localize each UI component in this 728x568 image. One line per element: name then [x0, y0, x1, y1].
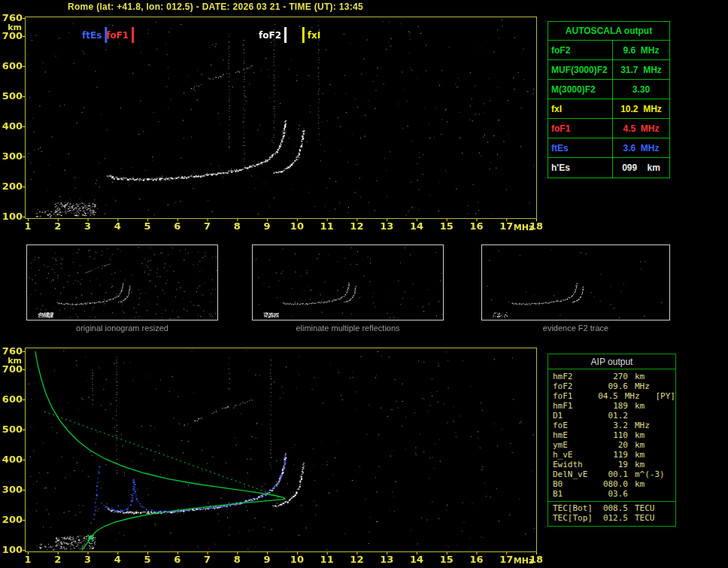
aip-row-foE: foE 3.2 MHz [548, 421, 675, 430]
aip-row-unit: TECU [635, 513, 669, 523]
thumbnail-multiple-reflections-removed [252, 245, 444, 320]
autoscala-row-value: 31.7 MHz [613, 60, 669, 79]
aip-row-unit: km [635, 450, 669, 460]
aip-row-label: foF2 [553, 381, 599, 391]
aip-row-Ewidth: Ewidth 19 km [548, 460, 675, 469]
autoscala-row-label: ftEs [548, 138, 613, 157]
aip-row-B1: B1 03.6 [548, 489, 675, 499]
autoscala-row-label: M(3000)F2 [548, 80, 613, 99]
thumbnail-caption: eliminate multiple reflections [252, 323, 444, 333]
aip-row-label: B0 [553, 479, 599, 489]
aip-row-unit: m^(-3) [635, 469, 669, 479]
autoscala-row-label: MUF(3000)F2 [548, 60, 613, 79]
autoscala-row-foF2: foF2 9.6 MHz [548, 41, 669, 60]
aip-row-note: [PY] [656, 391, 676, 401]
aip-row-unit: MHz [625, 391, 655, 401]
aip-row-unit: km [635, 440, 669, 450]
aip-row-B0: B0 080.0 km [548, 479, 675, 489]
thumbnail-f2-trace-evidence [481, 245, 670, 320]
aip-row-hmF1: hmF1 189 km [548, 401, 675, 411]
aip-row-D1: D1 01.2 [548, 411, 675, 421]
aip-row-value: 00.1 [599, 469, 628, 479]
aip-row-label: hmF1 [553, 401, 599, 411]
aip-row-value: 110 [599, 430, 628, 440]
aip-row-value: 189 [599, 401, 628, 411]
aip-row-value: 19 [599, 460, 628, 469]
aip-row-unit [635, 489, 669, 499]
autoscala-row-value: 9.6 MHz [613, 41, 669, 59]
autoscala-row-label: fxI [548, 99, 613, 118]
aip-row-unit: MHz [635, 381, 669, 391]
autoscala-ionogram-window: Rome (lat: +41.8, lon: 012.5) - DATE: 20… [0, 0, 728, 568]
aip-output-panel: AIP output hmF2 270 km foF2 09.6 MHz foF… [548, 354, 676, 527]
aip-row-unit: km [635, 479, 669, 489]
aip-row-value: 04.5 [593, 391, 618, 401]
aip-row-value: 080.0 [599, 479, 628, 489]
thumbnail-original-ionogram [26, 245, 218, 320]
aip-row-DelN_vE: DelN_vE 00.1 m^(-3) [548, 469, 675, 479]
aip-row-label: B1 [553, 489, 599, 499]
autoscala-row-m3000f2: M(3000)F2 3.30 [548, 80, 669, 99]
aip-row-unit: TECU [635, 503, 669, 513]
aip-row-unit: km [635, 401, 669, 411]
aip-row-unit [635, 411, 669, 421]
aip-row-value: 09.6 [599, 381, 628, 391]
autoscala-row-muf3000f2: MUF(3000)F2 31.7 MHz [548, 60, 669, 80]
aip-row-label: D1 [553, 411, 599, 421]
aip-row-hmE: hmE 110 km [548, 430, 675, 440]
autoscala-output-panel: AUTOSCALA output foF2 9.6 MHz MUF(3000)F… [548, 21, 670, 178]
aip-row-label: DelN_vE [553, 469, 599, 479]
aip-row-foF1: foF1 04.5 MHz [PY] [548, 391, 675, 401]
aip-row-label: TEC[Bot] [553, 503, 599, 513]
autoscala-row-ftEs: ftEs 3.6 MHz [548, 138, 669, 158]
autoscala-panel-title: AUTOSCALA output [548, 22, 669, 41]
autoscala-row-value: 099 km [613, 158, 669, 178]
aip-row-value: 012.5 [599, 513, 628, 523]
aip-tec-section: TEC[Bot] 008.5 TECU TEC[Top] 012.5 TECU [548, 501, 675, 523]
autoscala-row-fxI: fxI 10.2 MHz [548, 99, 669, 119]
aip-row-ymE: ymE 20 km [548, 440, 675, 450]
autoscala-row-value: 3.30 [613, 80, 669, 99]
aip-row-hmF2: hmF2 270 km [548, 372, 675, 381]
aip-row-value: 20 [599, 440, 628, 450]
autoscala-row-value: 10.2 MHz [613, 99, 669, 118]
autoscala-row-foF1: foF1 4.5 MHz [548, 119, 669, 138]
aip-panel-title: AIP output [548, 354, 675, 369]
aip-row-label: h_vE [553, 450, 599, 460]
aip-row-value: 01.2 [599, 411, 628, 421]
autoscala-row-label: foF2 [548, 41, 613, 59]
autoscala-row-label: h'Es [548, 158, 613, 178]
profile-ionogram-plot [25, 348, 537, 552]
aip-row-value: 008.5 [599, 503, 628, 513]
aip-row-tec-top: TEC[Top] 012.5 TECU [548, 513, 675, 523]
aip-row-value: 3.2 [599, 421, 628, 430]
autoscala-row-value: 3.6 MHz [613, 138, 669, 157]
autoscala-row-label: foF1 [548, 119, 613, 138]
aip-row-label: foE [553, 421, 599, 430]
thumbnail-caption: evidence F2 trace [481, 323, 670, 333]
autoscala-row-value: 4.5 MHz [613, 119, 669, 138]
aip-row-value: 03.6 [599, 489, 628, 499]
aip-row-unit: km [635, 372, 669, 381]
aip-row-label: hmE [553, 430, 599, 440]
station-date-time-title: Rome (lat: +41.8, lon: 012.5) - DATE: 20… [68, 2, 363, 12]
aip-row-h_vE: h_vE 119 km [548, 450, 675, 460]
aip-row-value: 119 [599, 450, 628, 460]
aip-row-tec-bot: TEC[Bot] 008.5 TECU [548, 503, 675, 513]
aip-row-label: TEC[Top] [553, 513, 599, 523]
aip-row-foF2: foF2 09.6 MHz [548, 381, 675, 391]
aip-row-unit: MHz [635, 421, 669, 430]
aip-row-label: Ewidth [553, 460, 599, 469]
aip-row-unit: km [635, 430, 669, 440]
aip-row-label: foF1 [553, 391, 593, 401]
aip-row-label: ymE [553, 440, 599, 450]
autoscala-row-hEs: h'Es 099 km [548, 158, 669, 178]
thumbnail-caption: original ionogram resized [26, 323, 218, 333]
aip-row-unit: km [635, 460, 669, 469]
main-ionogram-plot [25, 17, 537, 219]
aip-row-label: hmF2 [553, 372, 599, 381]
aip-row-value: 270 [599, 372, 628, 381]
